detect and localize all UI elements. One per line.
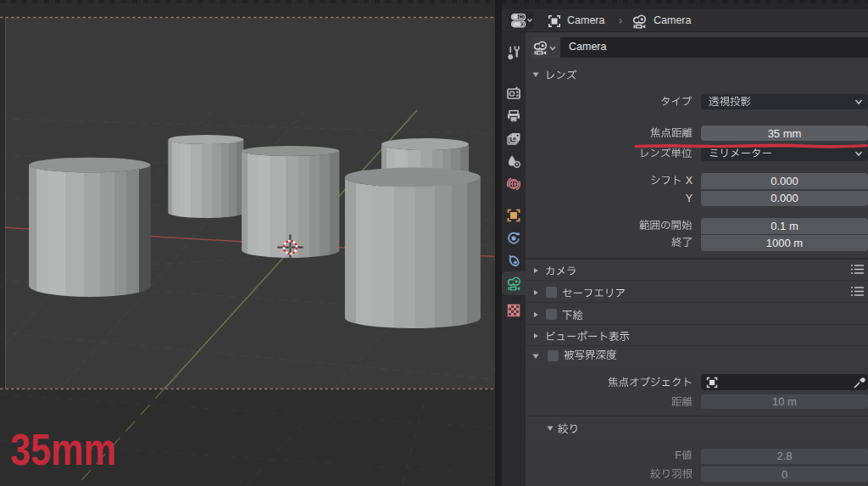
svg-text:35mm: 35mm — [10, 426, 116, 474]
